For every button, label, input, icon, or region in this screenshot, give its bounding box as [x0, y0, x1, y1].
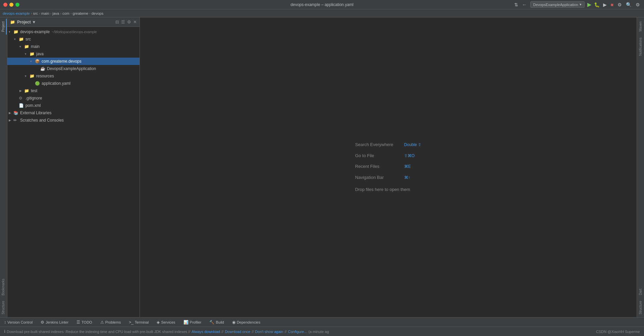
settings-icon[interactable]: ⚙ — [617, 1, 623, 8]
status-info-icon: ℹ — [4, 329, 5, 334]
tree-item-pom[interactable]: 📄 pom.xml — [7, 102, 140, 109]
terminal-icon: >_ — [129, 320, 133, 325]
gear-icon[interactable]: ⚙ — [635, 1, 641, 8]
tree-item-test[interactable]: ▶ 📁 test — [7, 87, 140, 94]
maximize-button[interactable] — [15, 3, 19, 7]
breadcrumb-item-6[interactable]: devops — [92, 11, 103, 15]
tree-item-main[interactable]: ▾ 📁 main — [7, 43, 140, 50]
profiler-label: Profiler — [190, 320, 202, 324]
tab-build[interactable]: 🔨 Build — [208, 319, 225, 325]
tree-item-yaml[interactable]: 🟢 application.yaml — [7, 80, 140, 87]
debug-button[interactable]: 🐛 — [594, 2, 600, 7]
tree-item-java[interactable]: ▾ 📁 java — [7, 50, 140, 58]
back-icon[interactable]: ← — [522, 1, 528, 8]
left-tab-structure[interactable]: Structure — [0, 298, 7, 317]
hint-key-recent: ⌘E — [404, 162, 411, 171]
dependencies-icon: ◉ — [232, 320, 235, 325]
folder-icon-main: 📁 — [24, 44, 30, 49]
label-devops-example: devops-example — [20, 29, 50, 34]
tab-services[interactable]: ◈ Services — [155, 319, 176, 325]
run-button[interactable]: ▶ — [587, 1, 591, 8]
todo-icon: ☰ — [76, 320, 80, 325]
jenkins-icon: ⚙ — [41, 320, 44, 325]
left-tab-bookmarks[interactable]: Bookmarks — [0, 276, 7, 298]
coverage-button[interactable]: ▶ — [602, 1, 607, 8]
breadcrumb-item-4[interactable]: com — [62, 11, 69, 15]
tree-item-gitignore[interactable]: ⚙ .gitignore — [7, 94, 140, 102]
tab-dependencies[interactable]: ◉ Dependencies — [231, 319, 262, 325]
tree-item-src[interactable]: ▾ 📁 src — [7, 36, 140, 43]
label-ext-libs: External Libraries — [20, 111, 51, 115]
vcs-icon[interactable]: ⇅ — [514, 1, 519, 8]
tab-problems[interactable]: ⚠ Problems — [99, 319, 122, 325]
tab-terminal[interactable]: >_ Terminal — [127, 319, 150, 325]
right-sidebar: Maven Notifications Dart Structure — [637, 17, 644, 317]
close-panel-icon[interactable]: ✕ — [133, 19, 137, 24]
project-dropdown-icon[interactable]: ▾ — [33, 20, 35, 24]
run-config-selector[interactable]: DevopsExampleApplication ▾ — [530, 1, 585, 8]
profiler-icon: 📊 — [183, 320, 189, 325]
tree-item-scratches[interactable]: ▶ ✏ Scratches and Consoles — [7, 117, 140, 124]
terminal-label: Terminal — [135, 320, 149, 324]
todo-label: TODO — [82, 320, 92, 324]
run-config-label: DevopsExampleApplication — [533, 3, 578, 7]
title-bar: devops-example – application.yaml ⇅ ← De… — [0, 0, 644, 9]
settings-icon[interactable]: ⚙ — [127, 19, 131, 24]
tree-item-resources[interactable]: ▾ 📁 resources — [7, 72, 140, 80]
breadcrumb-item-1[interactable]: src — [33, 11, 38, 15]
right-tab-dart[interactable]: Dart — [638, 286, 643, 298]
bottom-toolbar: ↕ Version Control ⚙ Jenkins Linter ☰ TOD… — [0, 317, 644, 327]
status-text-prefix: Download pre-built shared indexes: Reduc… — [7, 330, 190, 334]
breadcrumb-item-0[interactable]: devops-example — [3, 11, 30, 15]
lib-icon: 📚 — [13, 111, 19, 115]
tree-item-app-class[interactable]: ☕ DevopsExampleApplication — [7, 65, 140, 72]
close-button[interactable] — [3, 3, 7, 7]
label-java: java — [36, 52, 44, 56]
options-icon[interactable]: ☰ — [121, 19, 125, 24]
jenkins-label: Jenkins Linter — [46, 320, 68, 324]
tab-todo[interactable]: ☰ TODO — [75, 319, 94, 325]
label-pom: pom.xml — [25, 103, 41, 108]
arrow-ext-libs: ▶ — [9, 111, 13, 115]
status-link-download-once[interactable]: Download once — [225, 330, 250, 334]
right-tab-maven[interactable]: Maven — [638, 19, 643, 34]
collapse-all-icon[interactable]: ⊟ — [115, 19, 119, 24]
status-link-dont-show[interactable]: Don't show again — [255, 330, 283, 334]
tab-version-control[interactable]: ↕ Version Control — [3, 319, 34, 325]
arrow-devops-example: ▾ — [9, 30, 13, 33]
tree-item-package[interactable]: ▾ 📦 com.greateme.devops — [7, 58, 140, 65]
folder-icon-resources: 📁 — [30, 74, 35, 78]
folder-icon-test: 📁 — [24, 88, 30, 93]
tree-item-devops-example[interactable]: ▾ 📁 devops-example ~/Workspace/devops-ex… — [7, 28, 140, 36]
breadcrumb-item-3[interactable]: java — [52, 11, 59, 15]
services-icon: ◈ — [157, 320, 160, 325]
scratch-icon: ✏ — [13, 118, 19, 123]
search-icon[interactable]: 🔍 — [625, 1, 632, 8]
arrow-package: ▾ — [30, 60, 35, 63]
breadcrumb-item-2[interactable]: main — [41, 11, 49, 15]
status-sep3: // — [284, 330, 286, 334]
stop-button[interactable]: ■ — [610, 1, 614, 8]
minimize-button[interactable] — [9, 3, 13, 7]
folder-icon-devops-example: 📁 — [13, 29, 19, 34]
right-tab-notifications[interactable]: Notifications — [638, 35, 643, 58]
label-scratches: Scratches and Consoles — [20, 118, 64, 123]
services-label: Services — [161, 320, 175, 324]
project-icon: 📁 — [10, 20, 15, 24]
right-tab-structure[interactable]: Structure — [638, 298, 643, 317]
status-bar: ℹ Download pre-built shared indexes: Red… — [0, 327, 644, 336]
tab-profiler[interactable]: 📊 Profiler — [182, 319, 203, 325]
tab-jenkins-linter[interactable]: ⚙ Jenkins Linter — [39, 319, 70, 325]
label-src: src — [25, 37, 31, 42]
tree-item-ext-libs[interactable]: ▶ 📚 External Libraries — [7, 109, 140, 117]
status-link-configure[interactable]: Configure... — [288, 330, 307, 334]
breadcrumb-item-5[interactable]: greateme — [73, 11, 88, 15]
arrow-main: ▾ — [19, 45, 24, 48]
status-link-always-download[interactable]: Always download — [192, 330, 220, 334]
left-panel-tabs: Project Bookmarks Structure — [0, 17, 7, 317]
label-gitignore: .gitignore — [25, 96, 42, 100]
left-tab-project[interactable]: Project — [0, 19, 7, 35]
yaml-icon: 🟢 — [35, 81, 40, 86]
gitignore-icon: ⚙ — [19, 96, 24, 100]
label-main: main — [31, 44, 40, 49]
